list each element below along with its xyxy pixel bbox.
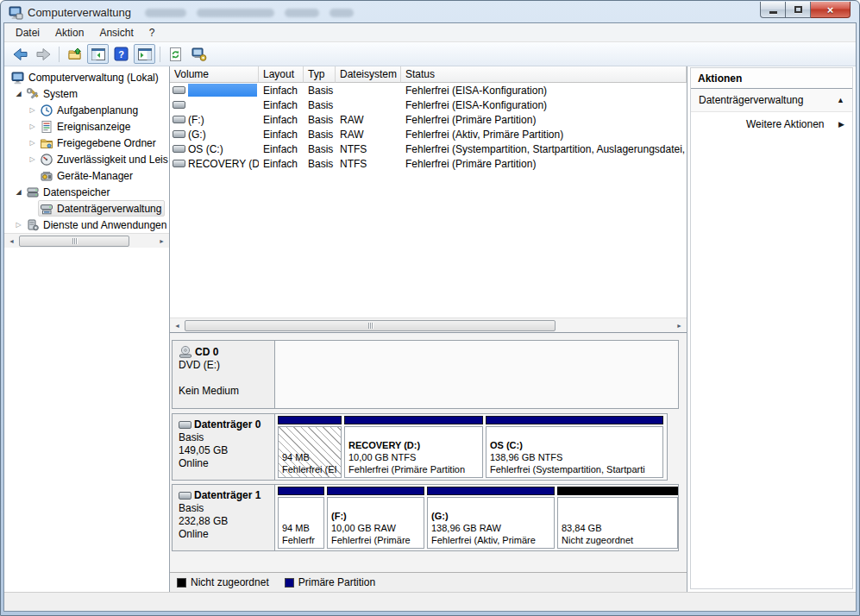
disk-0-name: Datenträger 0 [194,418,261,431]
header-typ[interactable]: Typ [304,66,336,83]
cell-layout: Einfach [259,99,304,111]
expander-collapsed-icon[interactable]: ▷ [13,217,24,233]
disk-0-label[interactable]: Datenträger 0 Basis 149,05 GB Online [173,414,275,480]
tree-item-ereignisanzeige[interactable]: ▷ Ereignisanzeige [4,118,169,135]
menu-datei[interactable]: Datei [8,24,47,41]
scrollbar-thumb[interactable] [185,320,556,331]
partition-status: Nicht zugeordnet [562,534,674,546]
export-list-button[interactable] [64,44,85,64]
partition-size: 10,00 GB RAW [331,522,420,534]
partition-disk1-g[interactable]: (G:) 138,96 GB RAW Fehlerfrei (Aktiv, Pr… [427,487,555,549]
cell-status: Fehlerfrei (EISA-Konfiguration) [401,99,687,111]
disk-1-size: 232,88 GB [179,515,268,528]
actions-panel: Aktionen Datenträgerverwaltung ▲ Weitere… [687,66,856,592]
tree-item-dienste-anwendungen[interactable]: ▷ Dienste und Anwendungen [4,217,169,233]
back-button[interactable] [9,44,31,64]
volume-row[interactable]: Einfach Basis Fehlerfrei (EISA-Konfigura… [170,97,687,112]
partition-disk1-unallocated[interactable]: 83,84 GB Nicht zugeordnet [557,487,678,549]
tree-item-aufgabenplanung[interactable]: ▷ Aufgabenplanung [4,102,169,118]
actions-group-datentraegerverwaltung[interactable]: Datenträgerverwaltung ▲ [691,89,852,112]
tree-item-zuverlaessigkeit-leistung[interactable]: ▷ Zuverlässigkeit und Leis [4,151,169,167]
partition-body-selected[interactable]: 94 MB Fehlerfrei (EI [278,426,342,478]
expander-collapsed-icon[interactable]: ▷ [27,118,38,135]
refresh-icon [168,47,183,62]
cd-drive-label[interactable]: CD 0 DVD (E:) Kein Medium [173,341,275,408]
menu-hilfe[interactable]: ? [141,24,163,41]
partition-body[interactable]: (F:) 10,00 GB RAW Fehlerfrei (Primäre [327,497,424,549]
disk-1-row[interactable]: Datenträger 1 Basis 232,88 GB Online 94 … [172,484,679,551]
partition-disk1-f[interactable]: (F:) 10,00 GB RAW Fehlerfrei (Primäre [327,487,424,549]
show-console-tree-button[interactable] [87,44,109,64]
menu-ansicht[interactable]: Ansicht [91,24,141,41]
show-action-pane-button[interactable] [134,44,155,64]
collapse-icon[interactable]: ▲ [837,96,844,104]
primary-partition-strip [278,487,324,495]
partition-title: (G:) [431,510,550,522]
actions-item-weitere-aktionen[interactable]: Weitere Aktionen ▶ [691,112,852,135]
close-button[interactable]: × [811,2,851,18]
partition-body[interactable]: 83,84 GB Nicht zugeordnet [557,497,678,549]
partition-disk0-os-c[interactable]: OS (C:) 138,96 GB NTFS Fehlerfrei (Syste… [486,416,663,478]
primary-partition-strip [427,487,555,495]
disk-0-size: 149,05 GB [179,444,268,457]
primary-partition-strip [327,487,424,495]
maximize-button[interactable] [786,2,811,18]
cell-volume: RECOVERY (D:) [188,158,259,170]
event-viewer-icon [40,120,53,134]
help-button[interactable]: ? [110,44,132,64]
disk-0-row[interactable]: Datenträger 0 Basis 149,05 GB Online 94 … [172,413,668,481]
volume-row[interactable]: OS (C:) Einfach Basis NTFS Fehlerfrei (S… [170,141,687,156]
scroll-left-icon[interactable]: ◄ [170,318,185,333]
forward-button[interactable] [33,44,54,64]
partition-disk0-system[interactable]: 94 MB Fehlerfrei (EI [278,416,342,478]
disk-1-label[interactable]: Datenträger 1 Basis 232,88 GB Online [173,485,275,550]
volume-row[interactable]: (F:) Einfach Basis RAW Fehlerfrei (Primä… [170,112,687,127]
partition-body[interactable]: OS (C:) 138,96 GB NTFS Fehlerfrei (Syste… [486,426,663,478]
tree-item-system[interactable]: ◢ System [4,85,169,102]
partition-size: 83,84 GB [562,522,674,534]
performance-monitor-icon [40,153,53,167]
tree-item-datentraegerverwaltung[interactable]: Datenträgerverwaltung [4,200,169,217]
scroll-right-icon[interactable]: ► [672,318,687,333]
menu-aktion[interactable]: Aktion [47,24,91,41]
expander-expanded-icon[interactable]: ◢ [13,85,24,102]
expander-collapsed-icon[interactable]: ▷ [27,135,38,151]
partition-body[interactable]: (G:) 138,96 GB RAW Fehlerfrei (Aktiv, Pr… [427,497,555,549]
partition-status: Fehlerfrei (Primäre Partition [348,463,479,475]
tree-horizontal-scrollbar[interactable]: ◄ ► [4,233,169,248]
header-volume[interactable]: Volume [170,66,259,83]
cd-drive-row[interactable]: CD 0 DVD (E:) Kein Medium [172,340,679,409]
header-status[interactable]: Status [401,66,687,83]
partition-body[interactable]: 94 MB Fehlerfr [278,497,324,549]
volume-row[interactable]: RECOVERY (D:) Einfach Basis NTFS Fehlerf… [170,156,687,171]
disk-properties-button[interactable] [188,44,210,64]
tree-item-datenspeicher[interactable]: ◢ Datenspeicher [4,184,169,200]
disk-1-state: Online [179,528,268,541]
tree-item-freigegebene-ordner[interactable]: ▷ Freigegebene Ordner [4,135,169,151]
header-layout[interactable]: Layout [259,66,304,83]
services-icon [26,218,40,232]
expander-expanded-icon[interactable]: ◢ [13,184,24,200]
tree-item-geraete-manager[interactable]: Geräte-Manager [4,167,169,184]
partition-title: (F:) [331,510,420,522]
partition-disk0-recovery[interactable]: RECOVERY (D:) 10,00 GB NTFS Fehlerfrei (… [344,416,483,478]
title-bar[interactable]: Computerverwaltung × [3,1,857,22]
tree-item-label: Computerverwaltung (Lokal) [28,72,159,84]
volume-list-horizontal-scrollbar[interactable]: ◄ ► [170,317,687,332]
refresh-button[interactable] [165,44,186,64]
scroll-right-icon[interactable]: ► [154,234,169,248]
cell-status: Fehlerfrei (Primäre Partition) [401,158,687,170]
scrollbar-thumb[interactable] [19,236,129,247]
expander-collapsed-icon[interactable]: ▷ [27,151,38,167]
partition-status: Fehlerfrei (Systempartition, Startparti [490,463,659,475]
partition-body[interactable]: RECOVERY (D:) 10,00 GB NTFS Fehlerfrei (… [344,426,483,478]
volume-row[interactable]: Einfach Basis Fehlerfrei (EISA-Konfigura… [170,83,687,97]
expander-collapsed-icon[interactable]: ▷ [27,102,38,118]
scroll-left-icon[interactable]: ◄ [4,234,19,248]
tree-item-computerverwaltung-lokal[interactable]: Computerverwaltung (Lokal) [4,69,169,85]
partition-disk1-system[interactable]: 94 MB Fehlerfr [278,487,324,549]
volume-row[interactable]: (G:) Einfach Basis RAW Fehlerfrei (Aktiv… [170,127,687,141]
minimize-button[interactable] [760,2,786,18]
header-dateisystem[interactable]: Dateisystem [336,66,401,83]
redacted-text [145,9,186,17]
